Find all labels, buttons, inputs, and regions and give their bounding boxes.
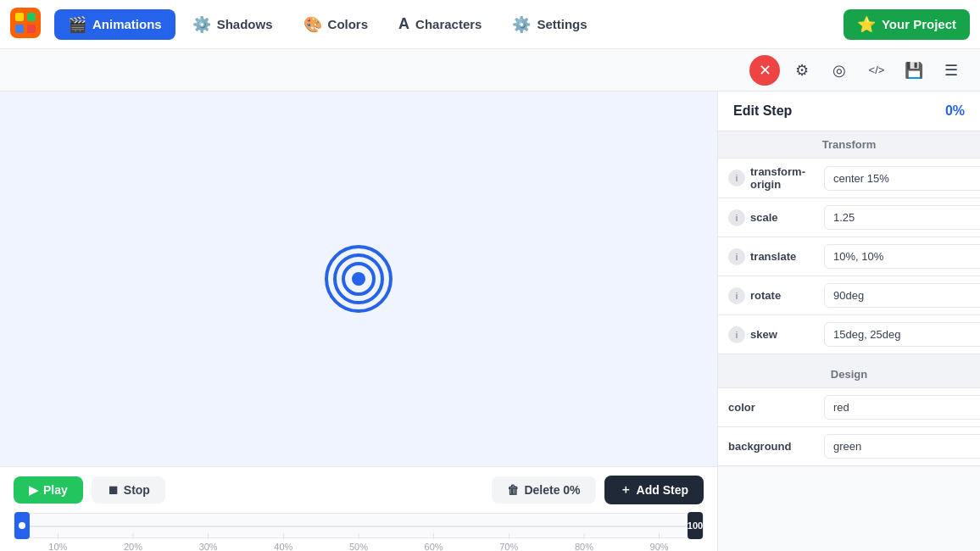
marker-90: 90% xyxy=(650,542,669,551)
field-label-wrap-rotate: i rotate xyxy=(728,287,817,304)
panel-header: Edit Step 0% xyxy=(718,92,980,131)
transform-section-header: Transform xyxy=(718,131,980,159)
field-label-wrap-translate: i translate xyxy=(728,248,817,265)
nav-characters[interactable]: A Characters xyxy=(385,9,495,39)
info-icon-transform-origin[interactable]: i xyxy=(728,170,745,186)
transform-origin-input[interactable] xyxy=(824,166,980,191)
code-button[interactable]: </> xyxy=(861,55,892,86)
save-button[interactable]: 💾 xyxy=(899,55,929,86)
timeline-line xyxy=(14,526,703,527)
info-icon-rotate[interactable]: i xyxy=(728,287,745,304)
main-area: ▶ Play ⏹ Stop 🗑 Delete 0% ＋ Add Step xyxy=(0,92,980,551)
scale-input[interactable] xyxy=(824,205,980,230)
field-scale: i scale xyxy=(718,198,980,237)
shadows-icon: ⚙️ xyxy=(192,15,211,34)
add-step-button[interactable]: ＋ Add Step xyxy=(604,476,704,504)
plus-icon: ＋ xyxy=(620,482,632,498)
skew-input[interactable] xyxy=(824,322,980,347)
svg-rect-0 xyxy=(10,8,41,38)
timeline-thumb-end[interactable]: 100 xyxy=(688,512,703,539)
marker-70: 70% xyxy=(499,542,518,551)
panel-percent: 0% xyxy=(945,103,965,119)
menu-icon: ☰ xyxy=(944,61,958,80)
svg-rect-2 xyxy=(27,13,36,21)
secondary-toolbar: ✕ ⚙ ◎ </> 💾 ☰ xyxy=(0,49,980,92)
play-icon: ▶ xyxy=(29,483,38,497)
skew-label: skew xyxy=(750,328,777,341)
nav-your-project[interactable]: ⭐ Your Project xyxy=(844,9,970,40)
field-label-wrap-color: color xyxy=(728,401,817,414)
marker-60: 60% xyxy=(425,542,443,551)
right-panel: Edit Step 0% Transform i transform-origi… xyxy=(717,92,980,551)
marker-30: 30% xyxy=(199,542,218,551)
background-input[interactable] xyxy=(824,434,980,459)
scale-label: scale xyxy=(750,211,778,224)
translate-input[interactable] xyxy=(824,244,980,269)
characters-icon: A xyxy=(398,15,409,33)
panel-spacer xyxy=(718,354,980,361)
field-label-wrap-scale: i scale xyxy=(728,209,817,226)
svg-rect-3 xyxy=(15,25,24,33)
timeline: 100 10% 20% 30% 40% 50% 60% 70% 80% 90% xyxy=(0,513,717,551)
marker-10: 10% xyxy=(48,542,67,551)
bottom-controls: ▶ Play ⏹ Stop 🗑 Delete 0% ＋ Add Step xyxy=(0,466,717,551)
save-icon: 💾 xyxy=(905,61,923,80)
close-icon: ✕ xyxy=(759,61,771,80)
stop-icon: ⏹ xyxy=(107,483,119,497)
field-skew: i skew xyxy=(718,315,980,354)
nav-settings[interactable]: ⚙️ Settings xyxy=(498,9,600,40)
marker-80: 80% xyxy=(575,542,593,551)
background-label: background xyxy=(728,440,791,453)
canvas-area: ▶ Play ⏹ Stop 🗑 Delete 0% ＋ Add Step xyxy=(0,92,717,551)
close-button[interactable]: ✕ xyxy=(749,55,780,86)
filter-icon: ⚙ xyxy=(795,61,809,80)
code-icon: </> xyxy=(869,64,885,76)
top-navigation: 🎬 Animations ⚙️ Shadows 🎨 Colors A Chara… xyxy=(0,0,980,49)
nav-animations[interactable]: 🎬 Animations xyxy=(54,9,175,40)
film-icon: 🎬 xyxy=(68,15,86,34)
logo xyxy=(10,8,41,42)
marker-40: 40% xyxy=(274,542,292,551)
info-icon-skew[interactable]: i xyxy=(728,326,745,343)
delete-step-button[interactable]: 🗑 Delete 0% xyxy=(492,476,595,504)
timeline-thumb-start[interactable] xyxy=(14,512,30,539)
settings-icon: ⚙️ xyxy=(512,15,531,34)
svg-point-8 xyxy=(352,272,365,286)
target-button[interactable]: ◎ xyxy=(824,55,855,86)
trash-icon: 🗑 xyxy=(507,483,519,497)
field-rotate: i rotate xyxy=(718,276,980,315)
menu-button[interactable]: ☰ xyxy=(936,55,966,86)
field-background: background xyxy=(718,427,980,466)
star-icon: ⭐ xyxy=(857,15,876,34)
svg-point-9 xyxy=(19,522,25,529)
animation-target xyxy=(325,245,393,313)
field-label-wrap-transform-origin: i transform-origin xyxy=(728,165,817,191)
field-label-wrap-skew: i skew xyxy=(728,326,817,343)
rotate-input[interactable] xyxy=(824,283,980,308)
nav-shadows[interactable]: ⚙️ Shadows xyxy=(179,9,287,40)
design-section-header: Design xyxy=(718,361,980,388)
info-icon-translate[interactable]: i xyxy=(728,248,745,265)
play-button[interactable]: ▶ Play xyxy=(14,476,83,504)
field-transform-origin: i transform-origin xyxy=(718,159,980,198)
playback-bar: ▶ Play ⏹ Stop 🗑 Delete 0% ＋ Add Step xyxy=(0,467,717,513)
transform-origin-label: transform-origin xyxy=(750,165,817,191)
nav-colors[interactable]: 🎨 Colors xyxy=(290,9,382,40)
field-color: color xyxy=(718,388,980,427)
panel-title: Edit Step xyxy=(733,103,792,119)
marker-50: 50% xyxy=(349,542,368,551)
field-translate: i translate xyxy=(718,237,980,276)
filter-button[interactable]: ⚙ xyxy=(787,55,817,86)
translate-label: translate xyxy=(750,250,796,263)
palette-icon: 🎨 xyxy=(303,15,322,34)
timeline-markers: 10% 20% 30% 40% 50% 60% 70% 80% 90% xyxy=(14,542,704,551)
target-icon: ◎ xyxy=(832,61,846,80)
field-label-wrap-background: background xyxy=(728,440,817,453)
color-input[interactable] xyxy=(824,395,980,420)
rotate-label: rotate xyxy=(750,289,781,302)
marker-20: 20% xyxy=(124,542,142,551)
info-icon-scale[interactable]: i xyxy=(728,209,745,226)
svg-rect-4 xyxy=(27,25,36,33)
color-label: color xyxy=(728,401,755,414)
stop-button[interactable]: ⏹ Stop xyxy=(92,476,165,504)
